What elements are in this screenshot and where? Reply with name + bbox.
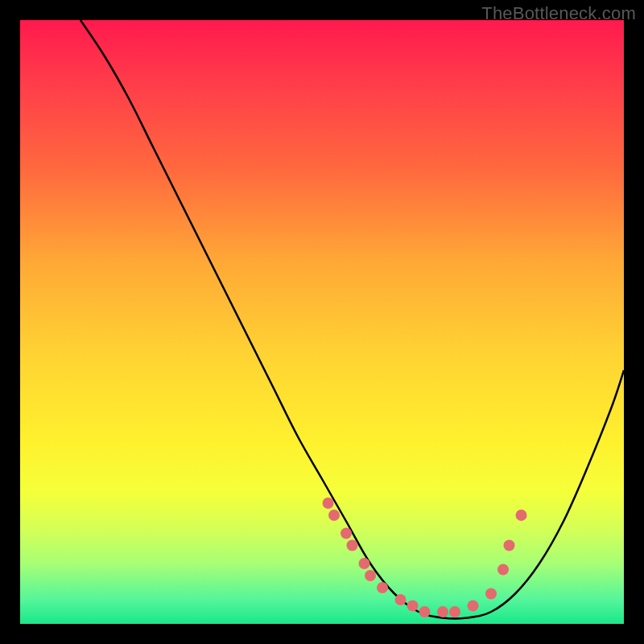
data-point: [497, 564, 509, 576]
data-point: [419, 606, 431, 617]
watermark-text: TheBottleneck.com: [481, 3, 636, 24]
data-point: [485, 588, 497, 600]
chart-svg: [20, 20, 624, 624]
data-point: [359, 558, 370, 569]
data-point: [437, 606, 448, 617]
data-point: [377, 582, 388, 593]
data-point: [328, 510, 340, 521]
chart-frame: [20, 20, 624, 624]
bottleneck-curve: [80, 20, 624, 619]
data-point: [516, 510, 527, 521]
data-point: [504, 540, 515, 551]
data-point: [323, 497, 334, 509]
data-point: [341, 528, 352, 539]
data-point: [407, 601, 419, 612]
data-point: [449, 606, 460, 617]
data-point: [468, 601, 479, 612]
data-point: [347, 540, 358, 551]
data-point: [395, 594, 407, 605]
data-point: [365, 570, 376, 581]
highlighted-points: [323, 497, 527, 617]
